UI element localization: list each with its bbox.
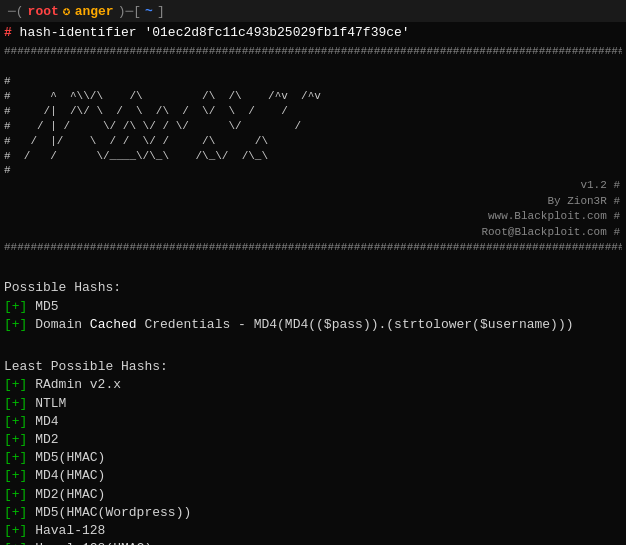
command-line: # hash-identifier '01ec2d8fc11c493b25029… <box>4 24 622 42</box>
least-hashs-title: Least Possible Hashs: <box>4 358 622 376</box>
least-hash-md2hmac: [+] MD2(HMAC) <box>4 486 622 504</box>
possible-hash-md5: [+] MD5 <box>4 298 622 316</box>
bottom-border: ########################################… <box>4 240 622 255</box>
cmd-text: hash-identifier '01ec2d8fc11c493b25029fb… <box>20 25 410 40</box>
terminal-window: ─( root ✪ anger )─[ ~ ] # hash-identifie… <box>0 0 626 545</box>
terminal-content: # hash-identifier '01ec2d8fc11c493b25029… <box>0 22 626 545</box>
possible-hashs-title: Possible Hashs: <box>4 279 622 297</box>
least-hash-ntlm: [+] NTLM <box>4 395 622 413</box>
possible-hash-domain: [+] Domain Cached Credentials - MD4(MD4(… <box>4 316 622 334</box>
title-bracket-path: )─[ <box>118 4 141 19</box>
least-hash-md4: [+] MD4 <box>4 413 622 431</box>
ascii-art-block: # # # ^ ^\\/\ /\ /\ /\ /^v /^v # # <box>4 60 622 179</box>
title-bracket-close: ] <box>157 4 165 19</box>
website-line: www.Blackploit.com # <box>4 209 622 224</box>
title-root: root <box>28 4 59 19</box>
title-at-icon: ✪ <box>63 3 71 19</box>
email-line: Root@Blackploit.com # <box>4 225 622 240</box>
title-prompt-dash: ─( <box>8 4 24 19</box>
author-line: By Zion3R # <box>4 194 622 209</box>
spacer1 <box>4 255 622 273</box>
least-hash-haval128: [+] Haval-128 <box>4 522 622 540</box>
spacer2 <box>4 334 622 352</box>
least-hash-md5hmac-wp: [+] MD5(HMAC(Wordpress)) <box>4 504 622 522</box>
possible-hashs-section: Possible Hashs: [+] MD5 [+] Domain Cache… <box>4 279 622 334</box>
title-host: anger <box>75 4 114 19</box>
top-border: ########################################… <box>4 44 622 59</box>
least-hash-md4hmac: [+] MD4(HMAC) <box>4 467 622 485</box>
title-path: ~ <box>145 4 153 19</box>
cmd-prompt: # <box>4 25 20 40</box>
least-hash-md2: [+] MD2 <box>4 431 622 449</box>
least-hash-haval128hmac: [+] Haval-128(HMAC) <box>4 540 622 545</box>
least-hash-md5hmac: [+] MD5(HMAC) <box>4 449 622 467</box>
least-hash-radmin: [+] RAdmin v2.x <box>4 376 622 394</box>
version-line: v1.2 # <box>4 178 622 193</box>
least-possible-hashs-section: Least Possible Hashs: [+] RAdmin v2.x [+… <box>4 358 622 545</box>
title-bar: ─( root ✪ anger )─[ ~ ] <box>0 0 626 22</box>
